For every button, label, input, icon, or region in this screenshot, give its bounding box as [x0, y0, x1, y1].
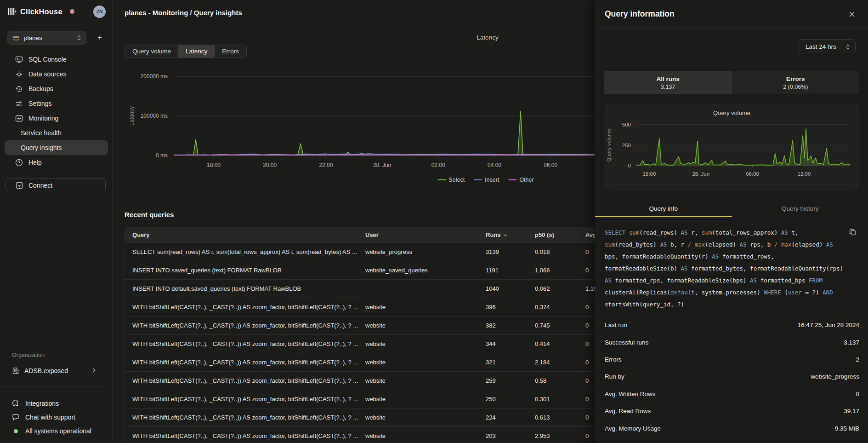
- runs-cell: 203: [478, 432, 528, 439]
- workspace-name: planes: [24, 35, 73, 41]
- user-cell: website: [358, 322, 478, 329]
- stat-value: 9.35 MiB: [835, 425, 859, 432]
- svg-text:Latency: Latency: [129, 106, 135, 126]
- panel-tab-query-history[interactable]: Query history: [732, 201, 868, 216]
- footer-item-integrations[interactable]: Integrations: [6, 397, 109, 410]
- avatar[interactable]: ZN: [93, 6, 106, 18]
- sidebar-item-settings[interactable]: Settings: [5, 96, 108, 111]
- sql-token: formatted_rps, formatReadableSize(bps): [612, 277, 750, 284]
- stat-value: 39.17: [844, 408, 859, 414]
- stat-row-last-run: Last run16:47:25, Jun 28 2024: [605, 316, 859, 334]
- legend-swatch: [437, 179, 446, 181]
- stat-value: 0: [856, 391, 859, 397]
- sidebar-item-sql-console[interactable]: SQL Console: [5, 52, 108, 67]
- p50-cell: 0.613: [528, 414, 578, 421]
- sidebar-item-help[interactable]: Help: [5, 155, 108, 170]
- integrations-icon: [12, 400, 19, 407]
- column-header-label: p50 (s): [535, 231, 554, 238]
- svg-text:20:00: 20:00: [263, 162, 277, 168]
- stat-row-errors: Errors2: [605, 351, 859, 368]
- stat-label: Errors: [605, 356, 622, 363]
- p50-cell: 0.58: [528, 377, 578, 384]
- add-service-button[interactable]: +: [94, 32, 106, 44]
- notification-dot[interactable]: [70, 9, 74, 14]
- summary-tab-all-runs[interactable]: All runs3,137: [604, 71, 732, 94]
- sidebar-item-label: Backups: [28, 85, 53, 92]
- sidebar-item-label: SQL Console: [28, 56, 67, 63]
- sql-code-block: SELECT sum(read_rows) AS r, sum(total_ro…: [605, 227, 845, 311]
- sql-token: r,: [688, 229, 702, 236]
- svg-text:200000 ms: 200000 ms: [141, 73, 168, 80]
- sql-token: AS: [750, 277, 757, 284]
- workspace-selector[interactable]: aws planes: [7, 31, 86, 45]
- svg-text:06:00: 06:00: [746, 171, 759, 177]
- sidebar-item-backups[interactable]: Backups: [5, 81, 108, 96]
- query-cell: WITH bitShiftLeft(CAST(?..), _CAST(?..))…: [125, 432, 358, 439]
- sql-token: max: [695, 241, 705, 248]
- svg-text:04:00: 04:00: [488, 162, 501, 168]
- sql-token: b, r: [667, 241, 687, 248]
- time-range-selector[interactable]: Last 24 hrs: [799, 39, 856, 54]
- copy-icon[interactable]: [849, 229, 856, 236]
- sql-token: AS: [781, 229, 788, 236]
- help-icon: [15, 159, 23, 167]
- sidebar-item-label: Help: [28, 159, 42, 166]
- sidebar-item-label: Monitoring: [28, 115, 58, 122]
- sql-token: , system.processes): [695, 289, 764, 296]
- brand-name: ClickHouse: [20, 7, 62, 16]
- summary-tab-errors[interactable]: Errors2 (0.06%): [732, 71, 860, 94]
- sql-token: = ?): [802, 289, 823, 296]
- p50-cell: 0.018: [528, 248, 578, 255]
- legend-item-select[interactable]: Select: [437, 177, 465, 183]
- query-cell: WITH bitShiftLeft(CAST(?..), _CAST(?..))…: [125, 414, 358, 421]
- panel-tab-query-info[interactable]: Query info: [595, 201, 732, 216]
- user-cell: website_progress: [358, 248, 478, 255]
- query-cell: SELECT sum(read_rows) AS r, sum(total_ro…: [125, 248, 358, 255]
- footer-item-all-systems-operational[interactable]: All systems operational: [6, 424, 109, 438]
- stat-label: Successful runs: [605, 339, 648, 346]
- stat-row-run-by: Run bywebsite_progress: [605, 368, 859, 385]
- sql-token: formatted_bytes, formatReadableQuantity(…: [688, 265, 844, 272]
- legend-item-insert[interactable]: Insert: [474, 177, 499, 183]
- sql-token: AS: [740, 241, 747, 248]
- svg-text:aws: aws: [13, 35, 19, 39]
- p50-cell: 0.062: [528, 285, 578, 292]
- legend-label: Insert: [485, 177, 499, 183]
- sidebar-item-data-sources[interactable]: Data sources: [5, 67, 108, 81]
- sql-token: (elapsed): [705, 241, 739, 248]
- sidebar-footer: IntegrationsChat with supportAll systems…: [6, 397, 109, 438]
- legend-swatch: [474, 179, 482, 181]
- column-header-query[interactable]: Query: [125, 231, 358, 238]
- user-cell: website_saved_queries: [358, 267, 478, 274]
- column-header-p50-s-[interactable]: p50 (s): [528, 231, 578, 238]
- user-cell: website: [358, 432, 478, 439]
- runs-cell: 224: [478, 414, 528, 421]
- sql-token: AS: [712, 253, 719, 260]
- query-cell: WITH bitShiftLeft(CAST(?..), _CAST(?..))…: [125, 396, 358, 403]
- sidebar-item-monitoring[interactable]: Monitoring: [5, 111, 108, 126]
- sidebar-item-query-insights[interactable]: Query insights: [5, 140, 108, 155]
- p50-cell: 0.414: [528, 340, 578, 347]
- query-stats-list: Last run16:47:25, Jun 28 2024Successful …: [605, 316, 859, 443]
- sql-token: FROM: [809, 277, 823, 284]
- sql-token: AS: [605, 277, 612, 284]
- query-cell: WITH bitShiftLeft(CAST(?..), _CAST(?..))…: [125, 359, 358, 366]
- sql-token: bps, formatReadableQuantity(r): [605, 253, 712, 260]
- column-header-user[interactable]: User: [358, 231, 478, 238]
- close-icon[interactable]: [848, 10, 856, 18]
- connect-icon: [16, 182, 23, 189]
- stat-label: Avg. Read Rows: [605, 408, 651, 414]
- sql-token: max: [781, 241, 792, 248]
- column-header-runs[interactable]: Runs: [478, 231, 528, 238]
- organization-selector[interactable]: ADSB.exposed: [6, 364, 106, 378]
- query-cell: WITH bitShiftLeft(CAST(?..), _CAST(?..))…: [125, 377, 358, 384]
- connect-button[interactable]: Connect: [6, 178, 106, 192]
- sidebar-item-service-health[interactable]: Service health: [5, 126, 108, 140]
- legend-item-other[interactable]: Other: [508, 177, 533, 183]
- sql-token: sum: [629, 229, 640, 236]
- sidebar-divider: [0, 386, 113, 386]
- footer-item-chat-with-support[interactable]: Chat with support: [6, 410, 109, 424]
- organization-label: Organization: [12, 352, 45, 358]
- sql-console-icon: [15, 56, 23, 63]
- legend-swatch: [508, 179, 516, 181]
